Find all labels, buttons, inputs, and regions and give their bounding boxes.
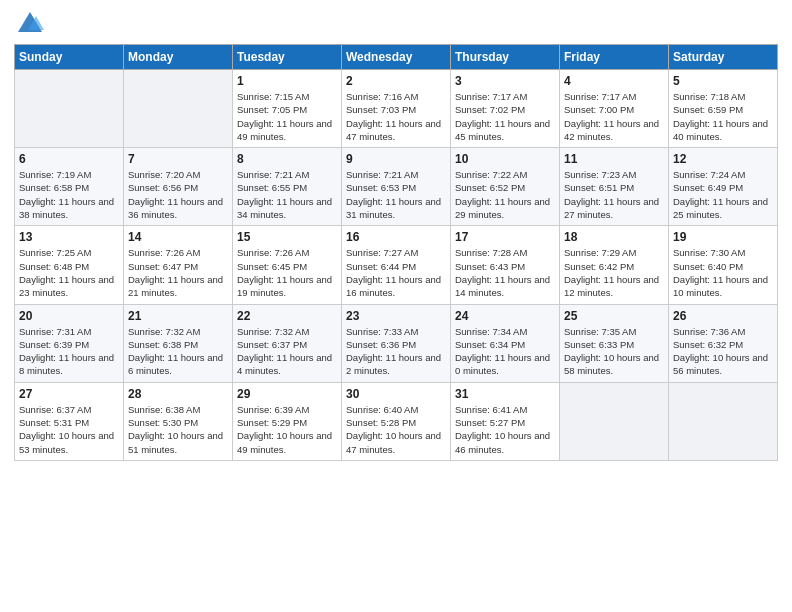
- calendar-header-wednesday: Wednesday: [342, 45, 451, 70]
- day-number: 20: [19, 309, 119, 323]
- logo-icon: [16, 10, 44, 38]
- calendar-cell: 15Sunrise: 7:26 AM Sunset: 6:45 PM Dayli…: [233, 226, 342, 304]
- calendar-cell: [669, 382, 778, 460]
- day-number: 13: [19, 230, 119, 244]
- day-info: Sunrise: 7:30 AM Sunset: 6:40 PM Dayligh…: [673, 246, 773, 299]
- day-number: 8: [237, 152, 337, 166]
- calendar-cell: 7Sunrise: 7:20 AM Sunset: 6:56 PM Daylig…: [124, 148, 233, 226]
- day-info: Sunrise: 7:21 AM Sunset: 6:55 PM Dayligh…: [237, 168, 337, 221]
- calendar-header-monday: Monday: [124, 45, 233, 70]
- day-number: 25: [564, 309, 664, 323]
- calendar-cell: 4Sunrise: 7:17 AM Sunset: 7:00 PM Daylig…: [560, 70, 669, 148]
- calendar-cell: 11Sunrise: 7:23 AM Sunset: 6:51 PM Dayli…: [560, 148, 669, 226]
- header: [14, 10, 778, 38]
- calendar-cell: 12Sunrise: 7:24 AM Sunset: 6:49 PM Dayli…: [669, 148, 778, 226]
- calendar-cell: 13Sunrise: 7:25 AM Sunset: 6:48 PM Dayli…: [15, 226, 124, 304]
- day-number: 28: [128, 387, 228, 401]
- day-info: Sunrise: 7:27 AM Sunset: 6:44 PM Dayligh…: [346, 246, 446, 299]
- day-number: 7: [128, 152, 228, 166]
- day-number: 12: [673, 152, 773, 166]
- day-info: Sunrise: 7:22 AM Sunset: 6:52 PM Dayligh…: [455, 168, 555, 221]
- calendar-cell: 16Sunrise: 7:27 AM Sunset: 6:44 PM Dayli…: [342, 226, 451, 304]
- calendar-header-saturday: Saturday: [669, 45, 778, 70]
- day-number: 14: [128, 230, 228, 244]
- calendar-header-thursday: Thursday: [451, 45, 560, 70]
- calendar-cell: 20Sunrise: 7:31 AM Sunset: 6:39 PM Dayli…: [15, 304, 124, 382]
- calendar-header-sunday: Sunday: [15, 45, 124, 70]
- calendar-cell: 17Sunrise: 7:28 AM Sunset: 6:43 PM Dayli…: [451, 226, 560, 304]
- calendar-cell: 8Sunrise: 7:21 AM Sunset: 6:55 PM Daylig…: [233, 148, 342, 226]
- calendar-cell: 3Sunrise: 7:17 AM Sunset: 7:02 PM Daylig…: [451, 70, 560, 148]
- calendar-cell: 1Sunrise: 7:15 AM Sunset: 7:05 PM Daylig…: [233, 70, 342, 148]
- day-info: Sunrise: 7:26 AM Sunset: 6:45 PM Dayligh…: [237, 246, 337, 299]
- day-number: 9: [346, 152, 446, 166]
- calendar-cell: 25Sunrise: 7:35 AM Sunset: 6:33 PM Dayli…: [560, 304, 669, 382]
- day-info: Sunrise: 7:33 AM Sunset: 6:36 PM Dayligh…: [346, 325, 446, 378]
- day-info: Sunrise: 7:32 AM Sunset: 6:37 PM Dayligh…: [237, 325, 337, 378]
- calendar-cell: 28Sunrise: 6:38 AM Sunset: 5:30 PM Dayli…: [124, 382, 233, 460]
- day-number: 2: [346, 74, 446, 88]
- day-info: Sunrise: 7:26 AM Sunset: 6:47 PM Dayligh…: [128, 246, 228, 299]
- day-number: 26: [673, 309, 773, 323]
- calendar-cell: 19Sunrise: 7:30 AM Sunset: 6:40 PM Dayli…: [669, 226, 778, 304]
- calendar-cell: 31Sunrise: 6:41 AM Sunset: 5:27 PM Dayli…: [451, 382, 560, 460]
- day-info: Sunrise: 7:17 AM Sunset: 7:02 PM Dayligh…: [455, 90, 555, 143]
- calendar-cell: 6Sunrise: 7:19 AM Sunset: 6:58 PM Daylig…: [15, 148, 124, 226]
- calendar-cell: [124, 70, 233, 148]
- day-number: 6: [19, 152, 119, 166]
- calendar-table: SundayMondayTuesdayWednesdayThursdayFrid…: [14, 44, 778, 461]
- day-info: Sunrise: 6:41 AM Sunset: 5:27 PM Dayligh…: [455, 403, 555, 456]
- day-number: 1: [237, 74, 337, 88]
- day-info: Sunrise: 7:16 AM Sunset: 7:03 PM Dayligh…: [346, 90, 446, 143]
- day-number: 10: [455, 152, 555, 166]
- day-number: 29: [237, 387, 337, 401]
- day-number: 16: [346, 230, 446, 244]
- calendar-week-row: 1Sunrise: 7:15 AM Sunset: 7:05 PM Daylig…: [15, 70, 778, 148]
- calendar-header-friday: Friday: [560, 45, 669, 70]
- day-info: Sunrise: 7:28 AM Sunset: 6:43 PM Dayligh…: [455, 246, 555, 299]
- calendar-header-tuesday: Tuesday: [233, 45, 342, 70]
- day-number: 24: [455, 309, 555, 323]
- calendar-week-row: 20Sunrise: 7:31 AM Sunset: 6:39 PM Dayli…: [15, 304, 778, 382]
- day-info: Sunrise: 7:29 AM Sunset: 6:42 PM Dayligh…: [564, 246, 664, 299]
- calendar-cell: 29Sunrise: 6:39 AM Sunset: 5:29 PM Dayli…: [233, 382, 342, 460]
- day-info: Sunrise: 7:21 AM Sunset: 6:53 PM Dayligh…: [346, 168, 446, 221]
- calendar-cell: 18Sunrise: 7:29 AM Sunset: 6:42 PM Dayli…: [560, 226, 669, 304]
- day-info: Sunrise: 7:35 AM Sunset: 6:33 PM Dayligh…: [564, 325, 664, 378]
- calendar-cell: 14Sunrise: 7:26 AM Sunset: 6:47 PM Dayli…: [124, 226, 233, 304]
- calendar-cell: 30Sunrise: 6:40 AM Sunset: 5:28 PM Dayli…: [342, 382, 451, 460]
- calendar-cell: [15, 70, 124, 148]
- day-info: Sunrise: 6:39 AM Sunset: 5:29 PM Dayligh…: [237, 403, 337, 456]
- day-number: 23: [346, 309, 446, 323]
- day-number: 18: [564, 230, 664, 244]
- day-number: 3: [455, 74, 555, 88]
- day-info: Sunrise: 7:17 AM Sunset: 7:00 PM Dayligh…: [564, 90, 664, 143]
- day-number: 30: [346, 387, 446, 401]
- day-number: 21: [128, 309, 228, 323]
- day-number: 22: [237, 309, 337, 323]
- day-info: Sunrise: 7:36 AM Sunset: 6:32 PM Dayligh…: [673, 325, 773, 378]
- day-number: 11: [564, 152, 664, 166]
- day-info: Sunrise: 6:37 AM Sunset: 5:31 PM Dayligh…: [19, 403, 119, 456]
- day-info: Sunrise: 7:23 AM Sunset: 6:51 PM Dayligh…: [564, 168, 664, 221]
- day-number: 4: [564, 74, 664, 88]
- calendar-cell: 5Sunrise: 7:18 AM Sunset: 6:59 PM Daylig…: [669, 70, 778, 148]
- logo: [14, 10, 44, 38]
- day-number: 15: [237, 230, 337, 244]
- calendar-cell: 2Sunrise: 7:16 AM Sunset: 7:03 PM Daylig…: [342, 70, 451, 148]
- day-number: 27: [19, 387, 119, 401]
- calendar-cell: 26Sunrise: 7:36 AM Sunset: 6:32 PM Dayli…: [669, 304, 778, 382]
- day-info: Sunrise: 6:40 AM Sunset: 5:28 PM Dayligh…: [346, 403, 446, 456]
- calendar-week-row: 27Sunrise: 6:37 AM Sunset: 5:31 PM Dayli…: [15, 382, 778, 460]
- calendar-header-row: SundayMondayTuesdayWednesdayThursdayFrid…: [15, 45, 778, 70]
- calendar-week-row: 13Sunrise: 7:25 AM Sunset: 6:48 PM Dayli…: [15, 226, 778, 304]
- calendar-week-row: 6Sunrise: 7:19 AM Sunset: 6:58 PM Daylig…: [15, 148, 778, 226]
- day-number: 17: [455, 230, 555, 244]
- day-info: Sunrise: 7:18 AM Sunset: 6:59 PM Dayligh…: [673, 90, 773, 143]
- day-number: 19: [673, 230, 773, 244]
- calendar-cell: 22Sunrise: 7:32 AM Sunset: 6:37 PM Dayli…: [233, 304, 342, 382]
- day-number: 5: [673, 74, 773, 88]
- day-info: Sunrise: 7:19 AM Sunset: 6:58 PM Dayligh…: [19, 168, 119, 221]
- day-info: Sunrise: 6:38 AM Sunset: 5:30 PM Dayligh…: [128, 403, 228, 456]
- day-info: Sunrise: 7:24 AM Sunset: 6:49 PM Dayligh…: [673, 168, 773, 221]
